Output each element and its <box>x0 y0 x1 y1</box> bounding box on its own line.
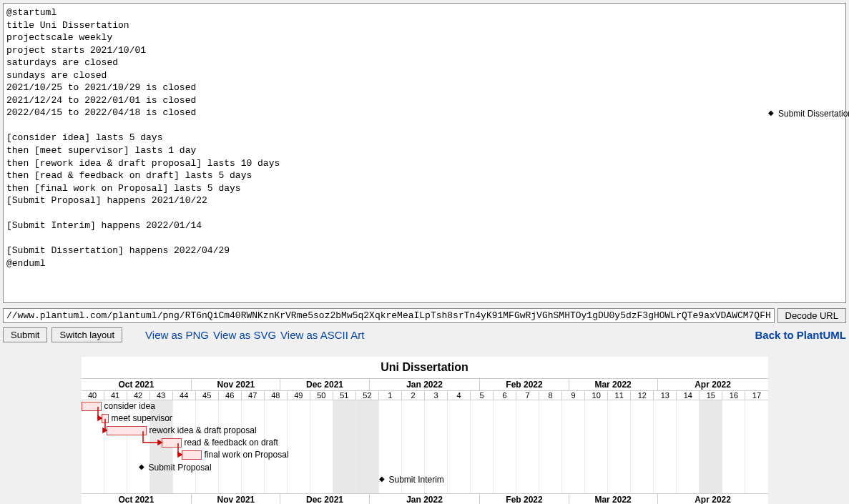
week-header: 3 <box>424 391 447 400</box>
week-header: 7 <box>516 391 539 400</box>
week-header: 8 <box>539 391 561 400</box>
week-header: 49 <box>287 391 310 400</box>
month-header: Mar 2022 <box>569 494 657 504</box>
view-png-link[interactable]: View as PNG <box>145 329 209 341</box>
week-header: 40 <box>82 391 104 400</box>
week-header: 11 <box>607 391 630 400</box>
month-header: Apr 2022 <box>657 494 768 504</box>
milestone-label: Submit Interim <box>389 475 444 485</box>
month-header: Apr 2022 <box>657 379 768 390</box>
month-header: Feb 2022 <box>479 379 568 390</box>
gantt-bar <box>182 450 202 460</box>
week-header: 43 <box>149 391 172 400</box>
week-header: 6 <box>493 391 516 400</box>
milestone-label: Submit Dissertation <box>778 109 849 119</box>
month-header: Mar 2022 <box>569 379 657 390</box>
month-header: Nov 2021 <box>191 379 280 390</box>
back-to-plantuml-link[interactable]: Back to PlantUML <box>755 329 846 341</box>
gantt-bar-label: consider idea <box>104 401 155 411</box>
view-svg-link[interactable]: View as SVG <box>213 329 276 341</box>
month-header: Feb 2022 <box>479 494 568 504</box>
gantt-bar-label: final work on Proposal <box>205 450 289 460</box>
week-header: 44 <box>172 391 195 400</box>
switch-layout-button[interactable]: Switch layout <box>51 327 122 342</box>
gantt-chart: Uni Dissertation Oct 2021Nov 2021Dec 202… <box>82 357 768 504</box>
week-header: 4 <box>447 391 470 400</box>
week-header: 16 <box>722 391 745 400</box>
submit-button[interactable]: Submit <box>3 327 47 342</box>
gantt-bar-label: meet supervisor <box>112 413 172 423</box>
week-header: 41 <box>104 391 127 400</box>
gantt-bar <box>82 402 102 411</box>
month-header: Dec 2021 <box>280 494 368 504</box>
week-header: 17 <box>745 391 767 400</box>
week-header: 15 <box>699 391 722 400</box>
gantt-bar-label: read & feedback on draft <box>185 438 278 448</box>
week-header: 42 <box>127 391 149 400</box>
gantt-bar <box>162 438 182 448</box>
week-header: 1 <box>378 391 401 400</box>
week-header: 12 <box>630 391 653 400</box>
week-header: 14 <box>676 391 699 400</box>
week-header: 13 <box>653 391 676 400</box>
week-header: 51 <box>333 391 355 400</box>
week-header: 10 <box>584 391 607 400</box>
week-header: 52 <box>355 391 378 400</box>
week-header: 47 <box>241 391 264 400</box>
month-header: Nov 2021 <box>191 494 280 504</box>
decode-url-button[interactable]: Decode URL <box>777 308 846 323</box>
month-header: Oct 2021 <box>82 379 192 390</box>
chart-title: Uni Dissertation <box>82 357 768 378</box>
milestone-label: Submit Proposal <box>149 463 212 473</box>
gantt-bar <box>107 426 147 435</box>
week-header: 46 <box>218 391 241 400</box>
view-ascii-link[interactable]: View as ASCII Art <box>280 329 364 341</box>
month-header: Jan 2022 <box>369 494 480 504</box>
gantt-bar-label: rework idea & draft proposal <box>149 425 257 435</box>
week-header: 45 <box>195 391 218 400</box>
gantt-bar <box>102 414 109 423</box>
week-header: 5 <box>470 391 493 400</box>
month-header: Dec 2021 <box>280 379 368 390</box>
week-header: 48 <box>264 391 287 400</box>
encoded-url-input[interactable] <box>3 308 775 323</box>
week-header: 50 <box>310 391 333 400</box>
month-header: Oct 2021 <box>82 494 192 504</box>
week-header: 9 <box>561 391 584 400</box>
uml-editor[interactable] <box>3 3 846 303</box>
month-header: Jan 2022 <box>369 379 480 390</box>
week-header: 2 <box>401 391 424 400</box>
